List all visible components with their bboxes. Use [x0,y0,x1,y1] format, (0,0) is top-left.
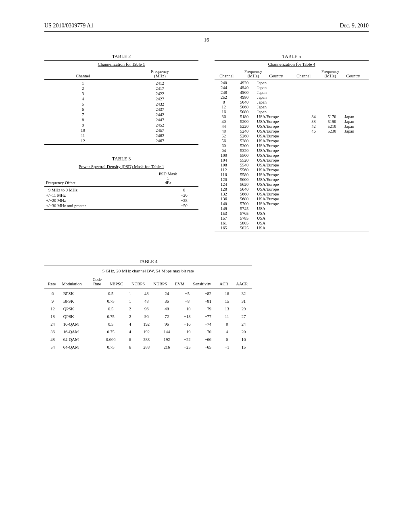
cell-country: USA [256,211,307,216]
cell-channel: 4 [44,96,121,102]
t5-head-channel-a: Channel [215,69,238,78]
table-4-title: TABLE 4 [44,259,252,265]
cell-freq: 5805 [233,220,256,225]
cell-country-b [343,225,369,230]
cell-code: 0.75 [98,343,124,351]
table-row: 1085540USA/Europe [215,162,369,167]
cell-nbpsc: 2 [124,313,136,320]
cell-country-b [343,133,369,138]
rule [44,352,252,352]
cell-freq: 2412 [121,81,198,86]
cell-country: USA/Europe [256,148,307,153]
t5-head-freq-a: Frequency (MHz) [238,69,268,78]
cell-freq: 5700 [233,201,256,206]
th-line: Frequency [321,69,339,74]
cell-country: USA [256,225,307,230]
table-row: 125060Japan [215,104,369,109]
th-line: dBr [165,181,171,185]
cell-freq-b [321,90,344,95]
cell-freq: 5200 [233,119,256,124]
cell-dbr: 0 [170,187,198,193]
cell-channel-b [307,201,321,206]
cell-freq-b [321,191,344,196]
th-line: Frequency [244,69,262,74]
cell-country: USA/Europe [256,133,307,138]
table-row: 2444940Japan [215,85,369,90]
cell-code: 0.5 [98,305,124,313]
cell-sens: −77 [198,313,219,320]
cell-nbpsc: 1 [124,297,136,305]
cell-acr: 8 [219,320,236,328]
rule [44,163,198,163]
cell-offset: +/−30 MHz and greater [44,203,170,208]
table-2-subtitle: Channelization for Table 1 [44,62,198,66]
cell-channel: 104 [215,158,233,162]
th-line: Frequency [151,69,169,74]
table-row: 92452 [44,123,198,128]
cell-country-b: Japan [343,119,369,124]
cell-country: USA/Europe [256,177,307,182]
cell-channel-b [307,95,321,100]
table-5-subtitle: Channelization for Table 4 [215,62,369,66]
cell-country-b [343,90,369,95]
cell-channel: 7 [44,112,121,117]
cell-channel-b [307,167,321,172]
cell-channel-b [307,80,321,85]
cell-channel: 132 [215,191,233,196]
table-row: 32422 [44,91,198,96]
cell-channel: 100 [215,153,233,158]
cell-freq-b [321,80,344,85]
cell-freq: 5560 [233,167,256,172]
table-row: 565280USA/Europe [215,138,369,143]
table-row: +/−20 MHz−28 [44,198,198,203]
cell-ncbps: 192 [136,328,156,336]
cell-channel-b: 42 [307,124,321,129]
page-number: 16 [44,37,369,43]
cell-aacr: 16 [236,336,252,343]
cell-mod: BPSK [61,290,98,297]
cell-code: 0.666 [98,336,124,343]
table-row: 1005500USA/Europe [215,153,369,158]
cell-country: Japan [256,104,307,109]
cell-freq-b: 5190 [321,119,344,124]
cell-evm: −16 [177,320,198,328]
cell-freq: 5220 [233,124,256,129]
cell-channel: 252 [215,95,233,100]
cell-country: Japan [256,80,307,85]
table-row: 1655825USA [215,225,369,230]
doc-date: Dec. 9, 2010 [340,23,369,29]
table-5-title: TABLE 5 [215,54,369,60]
page-header: US 2010/0309779 A1 Dec. 9, 2010 [44,23,369,29]
cell-channel: 44 [215,124,233,129]
cell-sens: −74 [198,320,219,328]
table-row: 2404920Japan [215,80,369,85]
cell-nbpsc: 4 [124,320,136,328]
cell-country: USA/Europe [256,158,307,162]
cell-channel: 6 [44,107,121,112]
t4-head-mod: Modulation [59,276,89,288]
cell-country: USA/Europe [256,191,307,196]
cell-country-b [343,104,369,109]
cell-freq: 5640 [233,187,256,191]
table-row: 12412 [44,81,198,86]
cell-evm: −25 [177,343,198,351]
cell-offset: +/−20 MHz [44,198,170,203]
table-row: 445220USA/Europe425210Japan [215,124,369,129]
rule [215,60,369,61]
cell-country: USA/Europe [256,196,307,201]
doc-number: US 2010/0309779 A1 [44,23,94,29]
cell-country-b [343,85,369,90]
cell-channel: 48 [215,129,233,133]
table-4: TABLE 4 5 GHz, 20 MHz channel BW, 54 Mbp… [44,259,252,352]
cell-country-b [343,182,369,187]
cell-mod: 64-QAM [61,343,98,351]
table-row: 1125560USA/Europe [215,167,369,172]
cell-offset: −9 MHz to 9 MHz [44,187,170,193]
table-row: 365180USA/Europe345170Japan [215,114,369,119]
cell-evm: −19 [177,328,198,336]
cell-country: Japan [256,85,307,90]
cell-freq-b [321,138,344,143]
cell-freq: 5240 [233,129,256,133]
rule [44,266,252,266]
cell-evm: −8 [177,297,198,305]
